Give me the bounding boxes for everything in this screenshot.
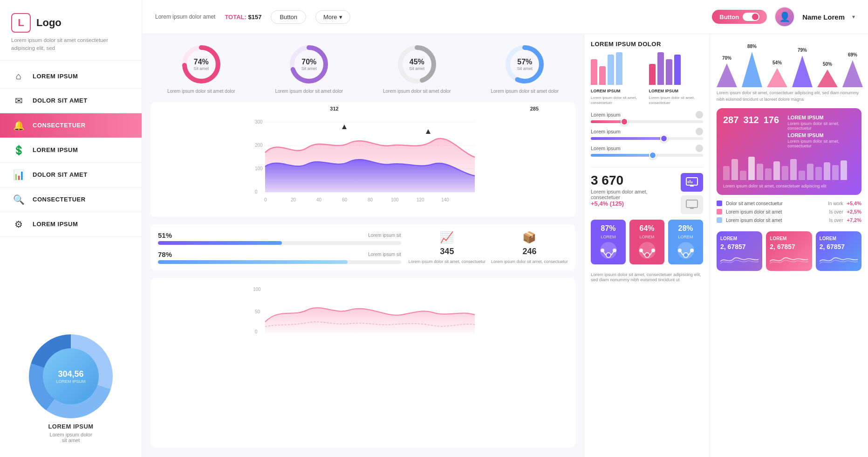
- progress-row-0: 51% Lorem ipsum sit: [158, 231, 401, 245]
- colored-tag-1: LOREM IPSUM: [787, 132, 855, 138]
- svg-point-42: [613, 249, 616, 252]
- legend-row-1: Lorem ipsum dolor sit amet Is over +2,5%: [717, 209, 861, 215]
- svg-point-45: [645, 253, 649, 257]
- pct-card-0: 87% LOREM: [591, 220, 626, 264]
- colored-bar-11: [815, 167, 822, 180]
- pct-card-label-1: LOREM: [639, 235, 654, 239]
- donut-label-1: Lorem ipsum dolor sit amet dolor: [275, 88, 343, 95]
- colored-tag-0: LOREM IPSUM: [787, 115, 855, 120]
- sidebar-item-search[interactable]: 🔍 CONSECTETUER: [0, 187, 142, 212]
- sidebar-item-mail[interactable]: ✉ DOLOR SIT AMET: [0, 89, 142, 113]
- colored-num-2: 176: [764, 115, 779, 148]
- sidebar-item-label: CONSECTETUER: [33, 122, 86, 129]
- stat-num-0: 345: [440, 247, 454, 256]
- svg-rect-34: [686, 200, 697, 208]
- colored-card-bars: [723, 152, 855, 180]
- colored-bar-7: [782, 166, 788, 180]
- header-button[interactable]: Button: [271, 10, 306, 24]
- header-more-button[interactable]: More ▾: [315, 10, 350, 24]
- triangle-item-3: 79%: [792, 48, 813, 87]
- sidebar-item-dollar[interactable]: 💲 LOREM IPSUM: [0, 138, 142, 163]
- slider-track-0[interactable]: [591, 120, 703, 123]
- colored-bar-4: [757, 164, 763, 180]
- triangle-svg-5: [842, 58, 863, 87]
- slider-track-1[interactable]: [591, 137, 703, 140]
- sidebar-item-home[interactable]: ⌂ LOREM IPSUM: [0, 64, 142, 89]
- dollar-icon: 💲: [13, 145, 24, 156]
- progress-bars-col: 51% Lorem ipsum sit 78% Lorem ipsum sit: [158, 231, 401, 264]
- donut-label-0: Lorem ipsum dolor sit amet dolor: [167, 88, 235, 95]
- slider-label-0: Lorem ipsum: [591, 112, 621, 118]
- search-icon: 🔍: [13, 194, 24, 205]
- logo-section: L Logo Lorem ipsum dolor sit amet consec…: [0, 0, 142, 61]
- bar-1-2: [666, 59, 672, 85]
- header-total: TOTAL: $157: [225, 14, 261, 21]
- mini-stat-cards-row: LOREM 2, 67857 LOREM 2, 67857 LOREM 2, 6…: [717, 231, 861, 271]
- svg-text:120: 120: [417, 197, 424, 202]
- sidebar-item-bell[interactable]: 🔔 CONSECTETUER: [0, 113, 142, 138]
- svg-point-56: [690, 249, 694, 252]
- gear-icon: ⚙: [13, 219, 24, 230]
- svg-text:200: 200: [255, 143, 263, 148]
- sidebar-chart-value: 304,56: [58, 369, 83, 379]
- pct-card-num-2: 28%: [678, 224, 693, 233]
- mini-stat-num-0: 2, 67857: [720, 243, 759, 250]
- sidebar-item-chart[interactable]: 📊 DOLOR SIT AMET: [0, 163, 142, 187]
- progress-pct-1: 78%: [158, 250, 172, 258]
- slider-thumb-2[interactable]: [649, 152, 656, 159]
- stat-icon-0: 📈: [440, 231, 454, 244]
- toggle-switch[interactable]: [743, 13, 759, 21]
- colored-bar-2: [740, 171, 746, 180]
- right-section-title: LOREM IPSUM DOLOR: [591, 41, 703, 48]
- colored-card: 287312176 LOREM IPSUM Lorem ipsum dolor …: [717, 108, 861, 195]
- sidebar-item-label: DOLOR SIT AMET: [33, 97, 88, 104]
- stat-desc-0: Lorem ipsum dolor sit amet, consectuetur: [409, 259, 485, 264]
- pct-cards-row: 87% LOREM 64% LOREM 28% LOREM: [591, 220, 703, 264]
- svg-point-48: [639, 249, 643, 252]
- legend-value-1: +2,5%: [847, 209, 862, 215]
- colored-desc1: Lorem ipsum dolor sit amet, consectuetur: [787, 121, 855, 131]
- slider-track-2[interactable]: [591, 154, 703, 157]
- slider-row-1: Lorem ipsum: [591, 128, 703, 140]
- colored-bar-10: [807, 164, 813, 180]
- mini-stat-title-1: LOREM: [770, 236, 808, 241]
- pct-card-1: 64% LOREM: [629, 220, 664, 264]
- slider-thumb-1[interactable]: [660, 135, 668, 142]
- wave-chart-svg: 100 50 0: [157, 284, 569, 340]
- triangle-pct-1: 88%: [747, 44, 757, 49]
- svg-marker-16: [342, 125, 347, 129]
- progress-bar-fill-0: [158, 241, 282, 245]
- mini-wave-0: [720, 252, 759, 266]
- bar-0-3: [616, 52, 622, 85]
- funnel-icon-0: [599, 241, 618, 260]
- donut-pct-3: 57%: [517, 58, 533, 66]
- triangle-item-5: 69%: [842, 52, 863, 87]
- colored-desc2: Lorem ipsum dolor sit amet, consectuetur: [787, 139, 855, 148]
- bar-chart-bars: [649, 52, 704, 85]
- svg-text:50: 50: [255, 309, 260, 314]
- svg-point-41: [601, 249, 604, 252]
- donut-card-2: 45% Sit amet Lorem ipsum dolor sit amet …: [366, 43, 468, 95]
- colored-bar-0: [723, 166, 730, 180]
- logo-desc: Lorem ipsum dolor sit amet consectetuer …: [11, 36, 130, 53]
- bar-sublabel-0: Lorem ipsum dolor sit amet, consectetuer: [591, 95, 645, 105]
- chevron-down-icon: ▾: [339, 14, 342, 21]
- logo-icon: L: [11, 13, 31, 33]
- donut-pct-0: 74%: [193, 58, 209, 66]
- svg-text:100: 100: [255, 166, 263, 171]
- legend-text-2: Lorem ipsum dolor sit amet: [726, 218, 825, 223]
- sidebar-item-gear[interactable]: ⚙ LOREM IPSUM: [0, 212, 142, 237]
- triangle-desc: Lorem ipsum dolor sit amet, consectetuer…: [717, 90, 861, 103]
- triangle-item-4: 50%: [817, 62, 838, 87]
- pct-card-2: 28% LOREM: [668, 220, 703, 264]
- donut-sublabel-0: Sit amet: [193, 66, 209, 71]
- slider-label-1: Lorem ipsum: [591, 129, 621, 134]
- slider-row-2: Lorem ipsum: [591, 145, 703, 157]
- bar-0-0: [591, 59, 597, 85]
- pct-card-label-0: LOREM: [601, 235, 615, 239]
- triangle-row: 70% 88% 54% 79% 50% 69%: [717, 45, 861, 87]
- stat-cards-col: 📈 345 Lorem ipsum dolor sit amet, consec…: [409, 231, 568, 264]
- slider-thumb-0[interactable]: [621, 118, 628, 125]
- sidebar-chart-title: LOREM IPSUM: [48, 423, 93, 430]
- legend-section: Dolor sit amet consectuetur In work +5,4…: [717, 201, 861, 226]
